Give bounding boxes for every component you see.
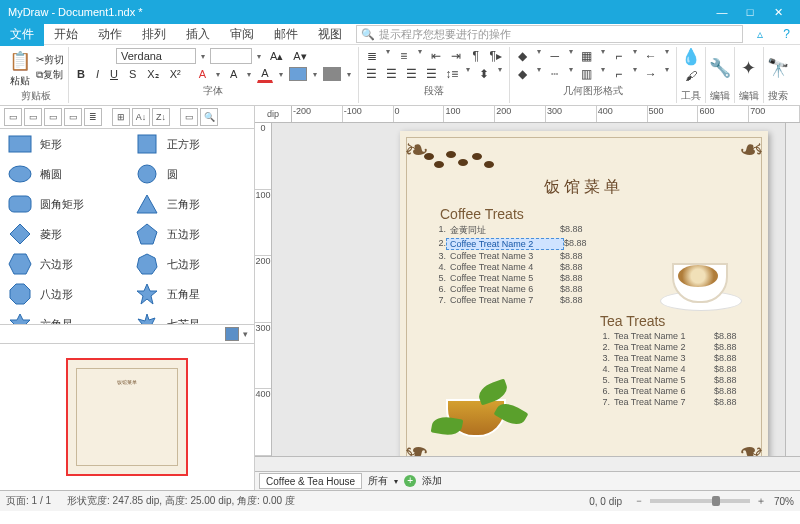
tb-sort-az-icon[interactable]: A↓ [132, 108, 150, 126]
align-left-button[interactable]: ☰ [363, 65, 381, 83]
line-style-icon[interactable]: ─ [546, 47, 564, 65]
ltr-button[interactable]: ¶▸ [487, 47, 505, 65]
star-icon[interactable]: ✦ [740, 59, 758, 77]
tb-search-icon[interactable]: 🔍 [200, 108, 218, 126]
fill-icon[interactable]: ◆ [514, 47, 532, 65]
paintbrush-icon[interactable]: 🖌 [682, 67, 700, 85]
subscript-button[interactable]: X₂ [143, 66, 162, 83]
zoom-slider[interactable] [650, 499, 750, 503]
tab-arrange[interactable]: 排列 [132, 26, 176, 43]
fill2-icon[interactable]: ◆ [514, 65, 532, 83]
tb-grid-icon[interactable]: ⊞ [112, 108, 130, 126]
underline-button[interactable]: U [106, 66, 122, 82]
shape-item[interactable]: 六角星 [0, 309, 127, 325]
tb-preview-icon[interactable]: ▭ [180, 108, 198, 126]
tab-insert[interactable]: 插入 [176, 26, 220, 43]
pilcrow-button[interactable]: ¶ [467, 47, 485, 65]
shape-item[interactable]: 五边形 [127, 219, 254, 249]
zoom-level[interactable]: 70% [774, 496, 794, 507]
ribbon-collapse-icon[interactable]: ▵ [747, 27, 773, 41]
shape-item[interactable]: 八边形 [0, 279, 127, 309]
zoom-out-button[interactable]: － [634, 494, 644, 508]
shape-fill-swatch[interactable] [289, 67, 307, 81]
file-tab[interactable]: 文件 [0, 22, 44, 46]
shape-item[interactable]: 圆角矩形 [0, 189, 127, 219]
tb-sort-za-icon[interactable]: Z↓ [152, 108, 170, 126]
tb-del-icon[interactable]: ▭ [64, 108, 82, 126]
page-tab-current[interactable]: Coffee & Tea House [259, 473, 362, 489]
chevron-down-icon[interactable]: ▾ [394, 477, 398, 486]
tb-list-icon[interactable]: ≣ [84, 108, 102, 126]
page-tab-all[interactable]: 所有 [368, 474, 388, 488]
tab-review[interactable]: 审阅 [220, 26, 264, 43]
shape-item[interactable]: 六边形 [0, 249, 127, 279]
shape-item[interactable]: 五角星 [127, 279, 254, 309]
font-fill-button[interactable]: A [195, 66, 210, 82]
maximize-button[interactable]: □ [736, 6, 764, 18]
tab-view[interactable]: 视图 [308, 26, 352, 43]
italic-button[interactable]: I [92, 66, 103, 82]
tb-new-icon[interactable]: ▭ [24, 108, 42, 126]
binoculars-icon[interactable]: 🔭 [769, 59, 787, 77]
highlight-button[interactable]: A [226, 66, 241, 82]
page-document[interactable]: ❧ ❧ ❧ ❧ 饭馆菜单 Coffee Treats 1.金黄同址$8.882.… [400, 131, 768, 456]
valign-button[interactable]: ⬍ [475, 65, 493, 83]
shape-item[interactable]: 正方形 [127, 129, 254, 159]
tb-save-icon[interactable]: ▭ [44, 108, 62, 126]
scrollbar-vertical[interactable] [785, 123, 800, 456]
shadow-swatch[interactable] [323, 67, 341, 81]
scrollbar-horizontal[interactable] [255, 456, 800, 471]
chevron-down-icon[interactable]: ▾ [310, 70, 320, 79]
chevron-down-icon[interactable]: ▾ [198, 52, 208, 61]
indent-button[interactable]: ⇥ [447, 47, 465, 65]
close-button[interactable]: ✕ [764, 6, 792, 19]
superscript-button[interactable]: X² [166, 66, 185, 82]
chevron-down-icon[interactable]: ▾ [276, 70, 286, 79]
add-page-icon[interactable]: + [404, 475, 416, 487]
thumb-color-swatch[interactable] [225, 327, 239, 341]
shape-item[interactable]: 菱形 [0, 219, 127, 249]
shape-item[interactable]: 圆 [127, 159, 254, 189]
justify-button[interactable]: ☰ [423, 65, 441, 83]
eyedropper-icon[interactable]: 💧 [682, 47, 700, 65]
shape-item[interactable]: 矩形 [0, 129, 127, 159]
copy-button[interactable]: ⧉复制 [36, 68, 64, 82]
font-name-combo[interactable]: Verdana [116, 48, 196, 64]
grow-font-button[interactable]: A▴ [266, 48, 287, 65]
align-right-button[interactable]: ☰ [403, 65, 421, 83]
numbering-button[interactable]: ≡ [395, 47, 413, 65]
shadow-icon[interactable]: ▦ [578, 47, 596, 65]
bullets-button[interactable]: ≣ [363, 47, 381, 65]
shape-item[interactable]: 三角形 [127, 189, 254, 219]
shrink-font-button[interactable]: A▾ [289, 48, 310, 65]
align-center-button[interactable]: ☰ [383, 65, 401, 83]
strike-button[interactable]: S [125, 66, 140, 82]
corner2-icon[interactable]: ⌐ [610, 65, 628, 83]
canvas[interactable]: ❧ ❧ ❧ ❧ 饭馆菜单 Coffee Treats 1.金黄同址$8.882.… [272, 123, 785, 456]
font-size-combo[interactable] [210, 48, 252, 64]
chevron-down-icon[interactable]: ▾ [213, 70, 223, 79]
zoom-in-button[interactable]: ＋ [756, 494, 766, 508]
tab-action[interactable]: 动作 [88, 26, 132, 43]
shape-item[interactable]: 七边形 [127, 249, 254, 279]
arrow-start-icon[interactable]: ← [642, 47, 660, 65]
bold-button[interactable]: B [73, 66, 89, 82]
chevron-down-icon[interactable]: ▾ [244, 70, 254, 79]
font-color-button[interactable]: A [257, 65, 272, 83]
chevron-down-icon[interactable]: ▾ [344, 70, 354, 79]
shape-item[interactable]: 椭圆 [0, 159, 127, 189]
tab-home[interactable]: 开始 [44, 26, 88, 43]
add-page-label[interactable]: 添加 [422, 474, 442, 488]
line-spacing-button[interactable]: ↕≡ [443, 65, 461, 83]
paste-icon[interactable]: 📋 [8, 48, 32, 74]
theme-icon[interactable]: ▥ [578, 65, 596, 83]
thumb-menu-chevron[interactable]: ▾ [243, 329, 248, 339]
wrench-icon[interactable]: 🔧 [711, 59, 729, 77]
page-thumbnail[interactable]: 饭馆菜单 [66, 358, 188, 476]
shape-item[interactable]: 七芒星 [127, 309, 254, 325]
help-icon[interactable]: ? [773, 27, 800, 41]
arrow-end-icon[interactable]: → [642, 65, 660, 83]
cut-button[interactable]: ✂剪切 [36, 53, 64, 67]
tb-open-icon[interactable]: ▭ [4, 108, 22, 126]
dash-icon[interactable]: ┄ [546, 65, 564, 83]
